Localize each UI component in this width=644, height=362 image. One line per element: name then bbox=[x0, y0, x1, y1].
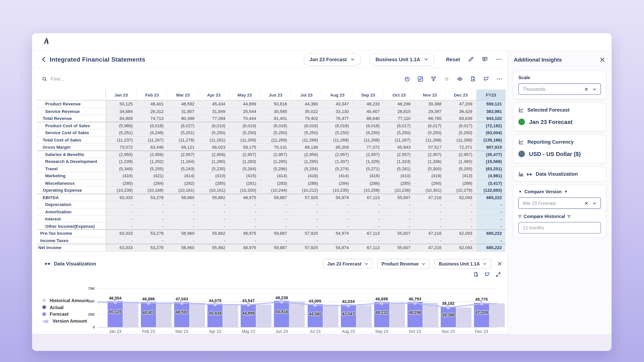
grid-cell[interactable]: - bbox=[322, 215, 353, 223]
grid-cell[interactable]: (5,349) bbox=[106, 165, 137, 172]
grid-cell[interactable]: 62,093 bbox=[446, 244, 476, 251]
grid-cell[interactable]: (5,296) bbox=[260, 165, 291, 172]
grid-cell[interactable]: (5,249) bbox=[137, 129, 168, 136]
grid-cell[interactable]: 88,640 bbox=[353, 115, 384, 122]
column-header-jul-23[interactable]: Jul 23 bbox=[291, 89, 322, 100]
grid-cell[interactable]: 58,960 bbox=[168, 244, 199, 251]
grid-cell[interactable]: - bbox=[199, 237, 230, 244]
row-label[interactable]: Amortization bbox=[37, 208, 106, 215]
row-label[interactable]: Travel bbox=[37, 165, 106, 172]
grid-cell[interactable]: (5,250) bbox=[230, 129, 260, 136]
chevron-down-icon[interactable] bbox=[592, 87, 597, 91]
grid-cell[interactable]: - bbox=[415, 208, 446, 215]
column-header-jan-23[interactable]: Jan 23 bbox=[106, 89, 137, 100]
grid-cell-fy23[interactable]: (15,568) bbox=[476, 158, 506, 165]
grid-cell[interactable]: - bbox=[260, 215, 291, 223]
column-header-apr-23[interactable]: Apr 23 bbox=[199, 89, 230, 100]
grid-cell[interactable]: 29,397 bbox=[415, 108, 446, 115]
grid-cell[interactable]: 80,399 bbox=[168, 115, 199, 122]
grid-cell[interactable]: (5,255) bbox=[137, 165, 168, 172]
grid-cell[interactable]: (10,212) bbox=[291, 187, 322, 194]
grid-cell[interactable]: 58,960 bbox=[168, 230, 199, 237]
grid-cell[interactable]: 73,572 bbox=[106, 144, 137, 151]
grid-cell[interactable]: (11,268) bbox=[322, 136, 353, 144]
grid-cell[interactable]: 83,639 bbox=[446, 115, 476, 122]
grid-cell[interactable]: - bbox=[230, 223, 260, 230]
bar-forecast[interactable] bbox=[274, 301, 290, 327]
grid-cell[interactable]: (2,957) bbox=[446, 151, 476, 158]
grid-cell[interactable]: - bbox=[199, 215, 230, 223]
grid-cell[interactable]: 45,434 bbox=[199, 101, 230, 108]
grid-cell[interactable]: 84,809 bbox=[106, 115, 137, 122]
grid-cell[interactable]: 57,925 bbox=[291, 194, 322, 201]
grid-cell[interactable]: (1,252) bbox=[137, 158, 168, 165]
grid-cell[interactable]: - bbox=[415, 215, 446, 223]
grid-cell[interactable]: (1,264) bbox=[168, 158, 199, 165]
grid-cell[interactable]: 47,216 bbox=[415, 230, 446, 237]
grid-cell[interactable]: 54,974 bbox=[322, 230, 353, 237]
grid-cell[interactable]: (419) bbox=[415, 172, 446, 180]
bar-historical[interactable] bbox=[156, 303, 172, 327]
close-icon[interactable] bbox=[599, 56, 605, 62]
grid-cell-fy23[interactable]: (35,477) bbox=[476, 151, 506, 158]
grid-cell[interactable]: (11,266) bbox=[291, 136, 322, 144]
grid-cell-fy23[interactable]: (72,182) bbox=[476, 122, 506, 129]
grid-cell-fy23[interactable]: 807,915 bbox=[476, 144, 506, 151]
grid-cell[interactable]: 68,785 bbox=[415, 115, 446, 122]
grid-cell[interactable]: 47,216 bbox=[415, 244, 446, 251]
grid-cell[interactable]: (289) bbox=[446, 180, 476, 187]
row-label[interactable]: Miscellaneous bbox=[37, 180, 106, 187]
grid-cell[interactable]: 58,960 bbox=[168, 194, 199, 201]
grid-cell[interactable]: (5,255) bbox=[446, 165, 476, 172]
grid-cell[interactable]: (5,251) bbox=[106, 129, 137, 136]
grid-cell[interactable]: (11,268) bbox=[446, 136, 476, 144]
grid-cell[interactable]: (2,957) bbox=[415, 151, 446, 158]
grid-cell-fy23[interactable]: (122,693) bbox=[476, 187, 506, 194]
grid-cell[interactable]: 25,544 bbox=[230, 108, 260, 115]
more-icon[interactable] bbox=[496, 56, 502, 62]
grid-cell[interactable]: 59,887 bbox=[260, 244, 291, 251]
grid-cell[interactable]: 44,899 bbox=[230, 101, 260, 108]
row-label[interactable]: Service Revenue bbox=[37, 108, 106, 115]
grid-cell[interactable]: 40,407 bbox=[353, 108, 384, 115]
grid-cell[interactable]: - bbox=[322, 201, 353, 208]
grid-cell[interactable]: 79,402 bbox=[291, 115, 322, 122]
grid-cell[interactable]: - bbox=[106, 237, 137, 244]
grid-cell[interactable]: (414) bbox=[322, 172, 353, 180]
grid-cell[interactable]: - bbox=[106, 208, 137, 215]
grid-cell-fy23[interactable]: 685,222 bbox=[476, 230, 506, 237]
grid-cell[interactable]: - bbox=[446, 208, 476, 215]
grid-cell[interactable]: (10,236) bbox=[384, 187, 415, 194]
grid-cell[interactable]: (5,274) bbox=[322, 165, 353, 172]
compare-historical-input[interactable]: 12 months bbox=[518, 222, 601, 234]
grid-cell[interactable]: 77,110 bbox=[384, 115, 415, 122]
grid-cell[interactable]: (2,957) bbox=[230, 151, 260, 158]
grid-cell[interactable]: (5,986) bbox=[106, 122, 137, 129]
grid-cell[interactable]: (290) bbox=[415, 180, 446, 187]
row-label[interactable]: Service Cost of Sales bbox=[37, 129, 106, 136]
grid-cell[interactable]: 30,585 bbox=[260, 108, 291, 115]
grid-cell[interactable]: - bbox=[168, 223, 199, 230]
grid-cell[interactable]: - bbox=[291, 215, 322, 223]
grid-cell[interactable]: (6,018) bbox=[137, 122, 168, 129]
grid-cell[interactable]: 55,862 bbox=[199, 244, 230, 251]
grid-cell[interactable]: 70,444 bbox=[230, 115, 260, 122]
grid-cell[interactable]: - bbox=[260, 237, 291, 244]
grid-cell[interactable]: 28,815 bbox=[384, 108, 415, 115]
grid-cell[interactable]: (1,336) bbox=[415, 158, 446, 165]
grid-cell[interactable]: (281) bbox=[230, 180, 260, 187]
grid-cell[interactable]: - bbox=[446, 223, 476, 230]
grid-cell[interactable]: - bbox=[168, 215, 199, 223]
grid-cell[interactable]: (1,295) bbox=[260, 158, 291, 165]
grid-cell[interactable]: (2,957) bbox=[168, 151, 199, 158]
grid-cell[interactable]: (5,261) bbox=[384, 165, 415, 172]
grid-cell[interactable]: 65,209 bbox=[322, 144, 353, 151]
grid-cell[interactable]: 77,372 bbox=[353, 144, 384, 151]
grid-cell-fy23[interactable]: (63,251) bbox=[476, 165, 506, 172]
reset-button[interactable]: Reset bbox=[446, 56, 460, 62]
grid-cell[interactable]: (288) bbox=[291, 180, 322, 187]
grid-cell[interactable]: 63,333 bbox=[106, 230, 137, 237]
grid-cell[interactable]: (2,957) bbox=[322, 151, 353, 158]
grid-cell[interactable]: 47,209 bbox=[446, 101, 476, 108]
column-header-aug-23[interactable]: Aug 23 bbox=[322, 89, 353, 100]
